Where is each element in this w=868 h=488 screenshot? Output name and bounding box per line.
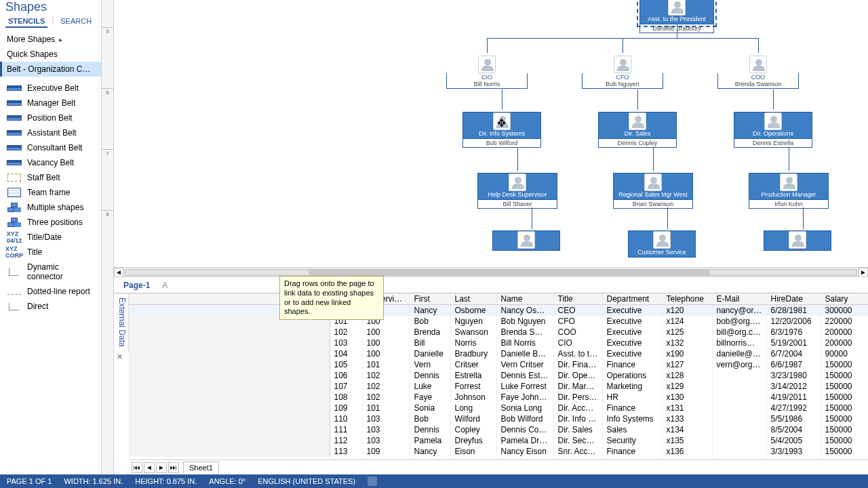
shapes-pane: Shapes STENCILS | SEARCH More Shapes Qui… [0, 0, 102, 474]
table-row[interactable]: 101100BobNguyenBob NguyenCFOExecutivex12… [130, 316, 869, 327]
shape-item-position-belt[interactable]: Position Belt [0, 110, 101, 125]
stencil-belt-org[interactable]: Belt - Organization C… [0, 62, 101, 77]
table-row[interactable]: 107102LukeForrestLuke ForrestDir. Market… [130, 381, 869, 392]
scroll-left-button[interactable]: ◄ [114, 268, 123, 277]
table-row[interactable]: 104100DanielleBradburyDanielle B…Asst. t… [130, 348, 869, 359]
frame-icon [7, 188, 22, 197]
shape-item-vacancy-belt[interactable]: Vacancy Belt [0, 155, 101, 170]
external-data-close-icon[interactable]: ✕ [117, 352, 126, 362]
shape-item-three-positions[interactable]: Three positions [0, 215, 101, 230]
avatar-icon [749, 56, 767, 73]
staff-icon [7, 173, 22, 182]
belt-icon [7, 98, 22, 108]
shape-item-direct[interactable]: Direct [0, 299, 101, 314]
shape-item-label: Dynamic connector [27, 262, 94, 281]
table-row[interactable]: 103100BillNorrisBill NorrisCIOExecutivex… [130, 338, 869, 348]
col-header[interactable]: HireDate [766, 293, 821, 305]
sheet-nav-first[interactable]: ⏮ [132, 462, 142, 473]
shape-item-consultant-belt[interactable]: Consultant Belt [0, 140, 101, 155]
belt-icon [7, 113, 22, 123]
tab-search[interactable]: SEARCH [58, 16, 94, 28]
avatar-icon [789, 231, 806, 249]
table-row[interactable]: 108102FayeJohnsonFaye Johns…Dir. Person…… [130, 392, 869, 403]
col-header[interactable]: Title [553, 293, 602, 305]
shape-item-dynamic-connector[interactable]: Dynamic connector [0, 260, 101, 284]
table-row[interactable]: 105101VernCritserVern CritserDir. Financ… [130, 359, 869, 370]
org-node-dops[interactable]: Dir. OperationsDennis Estrella [734, 112, 812, 148]
belt-icon [7, 143, 22, 152]
drawing-canvas[interactable]: Asst. to the PresidentDanielle BradburyC… [114, 0, 868, 267]
avatar-icon [668, 0, 686, 16]
shape-item-manager-belt[interactable]: Manager Belt [0, 96, 101, 110]
status-angle: ANGLE: 0° [209, 477, 245, 485]
avatar-icon [629, 113, 646, 130]
col-header[interactable]: Department [602, 293, 662, 305]
shape-item-title[interactable]: XYZ CORPTitle [0, 245, 101, 260]
status-bar: PAGE 1 OF 1 WIDTH: 1.625 IN. HEIGHT: 0.8… [0, 474, 868, 488]
macro-record-icon[interactable] [368, 476, 377, 486]
org-node-help[interactable]: Help Desk SupervisorBill Shaver [477, 173, 557, 209]
shape-item-label: Dotted-line report [27, 287, 90, 296]
table-row[interactable]: 100NancyOsborneNancy Osb…CEOExecutivex12… [130, 305, 869, 317]
external-data-label[interactable]: External Data [114, 293, 129, 351]
org-node-cio[interactable]: CIOBill Norris [446, 56, 528, 89]
tab-all[interactable]: A [158, 279, 172, 291]
col-header[interactable]: E-Mail [712, 293, 766, 305]
shape-item-label: Assistant Belt [27, 128, 77, 138]
sheet-nav-last[interactable]: ⏭ [168, 462, 179, 473]
org-node-dis[interactable]: Dir. Info SystemsBob Wilford [462, 112, 541, 148]
shape-item-title-date[interactable]: XYZ 04/12Title/Date [0, 230, 101, 245]
col-header[interactable]: Salary [821, 293, 868, 305]
status-page: PAGE 1 OF 1 [7, 477, 52, 485]
table-row[interactable]: 110103BobWilfordBob WilfordDir. Info Sy…… [130, 413, 869, 424]
shape-item-executive-belt[interactable]: Executive Belt [0, 81, 101, 96]
shape-item-dotted-line-report[interactable]: Dotted-line report [0, 284, 101, 299]
external-data-grid[interactable]: Empl…SupervisorFirstLastNameTitleDepartm… [129, 293, 868, 460]
org-node-cfo[interactable]: CFOBob Nguyen [582, 56, 663, 89]
table-row[interactable]: 112103PamelaDreyfusPamela Dre…Dir. Secur… [130, 435, 869, 446]
sheet-tab[interactable]: Sheet1 [183, 462, 219, 473]
quick-shapes-link[interactable]: Quick Shapes [0, 47, 101, 62]
shape-item-team-frame[interactable]: Team frame [0, 185, 101, 200]
tab-page-1[interactable]: Page-1 [119, 279, 154, 291]
shape-item-label: Title [27, 247, 42, 257]
shape-item-label: Staff Belt [27, 173, 60, 182]
shape-item-label: Position Belt [27, 113, 73, 123]
shape-item-multiple-shapes[interactable]: Multiple shapes [0, 200, 101, 215]
table-row[interactable]: 102100BrendaSwansonBrenda S…COOExecutive… [130, 327, 869, 338]
shape-item-staff-belt[interactable]: Staff Belt [0, 170, 101, 185]
avatar-icon [653, 231, 671, 249]
status-width: WIDTH: 1.625 IN. [64, 477, 123, 485]
col-header[interactable]: Name [496, 293, 553, 305]
org-node-rsm[interactable]: Regional Sales Mgr WestBrian Swanson [613, 173, 693, 209]
table-row[interactable]: 106102DennisEstrellaDennis Est…Dir. Oper… [130, 370, 869, 381]
scroll-thumb[interactable] [309, 270, 711, 275]
scroll-right-button[interactable]: ► [859, 268, 868, 277]
shape-item-label: Manager Belt [27, 98, 75, 108]
org-node-c1[interactable] [492, 230, 560, 251]
sheet-nav-prev[interactable]: ◄ [144, 462, 155, 473]
conn-icon [7, 302, 22, 311]
shape-item-label: Three positions [27, 218, 83, 227]
table-row[interactable]: 109101SoniaLongSonia LongDir. Accou…Fina… [130, 403, 869, 413]
col-header[interactable]: Last [450, 293, 496, 305]
shape-item-assistant-belt[interactable]: Assistant Belt [0, 125, 101, 140]
tab-stencils[interactable]: STENCILS [5, 16, 47, 28]
data-link-tooltip: Drag rows onto the page to link data to … [279, 276, 384, 320]
org-node-c3[interactable] [764, 230, 831, 251]
sheet-nav-next[interactable]: ► [156, 462, 167, 473]
status-language: ENGLISH (UNITED STATES) [258, 477, 355, 485]
col-header[interactable]: Telephone [662, 293, 712, 305]
org-node-pm[interactable]: Production ManagerIrfon Kohn [749, 173, 829, 209]
org-node-c2[interactable]: Customer Service [628, 230, 696, 258]
org-node-dsales[interactable]: Dir. SalesDennis Copley [598, 112, 677, 148]
table-row[interactable]: 111103DennisCopleyDennis Co…Dir. SalesSa… [130, 424, 869, 435]
more-shapes-link[interactable]: More Shapes [0, 32, 101, 47]
horizontal-scrollbar[interactable]: ◄ ► [114, 267, 868, 277]
col-header[interactable]: First [410, 293, 450, 305]
table-row[interactable]: 113109NancyEisonNancy EisonSnr. Accou…Fi… [130, 446, 869, 457]
org-node-coo[interactable]: COOBrenda Swanson [717, 56, 799, 89]
shape-item-label: Vacancy Belt [27, 158, 74, 167]
avatar-icon [764, 113, 782, 130]
dot-icon [7, 287, 22, 296]
